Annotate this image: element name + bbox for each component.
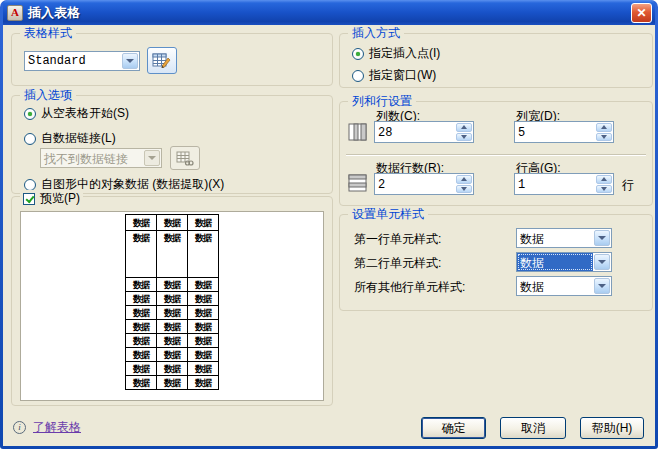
radio-selected-icon [352,48,364,60]
table-style-select[interactable]: Standard [24,51,140,71]
preview-pane: 数据数据数据数据数据数据数据数据数据数据数据数据数据数据数据数据数据数据数据数据… [20,211,324,401]
preview-table-cell: 数据 [126,292,157,306]
preview-table-row: 数据数据数据 [126,278,219,292]
columns-icon [348,123,368,145]
preview-table-cell: 数据 [188,292,219,306]
cell-styles-group: 设置单元样式 第一行单元样式: 数据 第二行单元样式: 数据 所有其他行单元样式… [339,214,653,311]
second-row-style-select[interactable]: 数据 [516,252,612,272]
spin-up-icon[interactable] [456,175,472,184]
radio-icon [24,133,36,145]
data-link-select: 找不到数据链接 [40,148,162,168]
chevron-down-icon[interactable] [594,278,610,294]
launch-table-style-dialog-button[interactable] [147,47,177,74]
first-row-style-label: 第一行单元样式: [354,231,441,248]
preview-table-cell: 数据 [188,215,219,231]
column-width-value[interactable]: 5 [515,122,595,142]
other-rows-style-value: 数据 [517,277,593,295]
ok-button[interactable]: 确定 [421,417,486,439]
preview-table-cell: 数据 [188,362,219,376]
preview-table-cell: 数据 [157,320,188,334]
radio-specify-window[interactable]: 指定窗口(W) [352,67,436,84]
learn-tables-link[interactable]: 了解表格 [33,419,81,436]
preview-table-cell: 数据 [157,376,188,390]
preview-table-cell: 数据 [126,278,157,292]
chevron-down-icon[interactable] [594,230,610,246]
preview-table-cell: 数据 [157,215,188,231]
dialog-body: 表格样式 Standard 插入选项 [3,25,655,446]
spin-down-icon[interactable] [596,185,612,194]
footer-info: i 了解表格 [13,419,81,436]
preview-table-cell: 数据 [157,292,188,306]
radio-insertion-point-label: 指定插入点(I) [369,45,440,62]
spin-down-icon[interactable] [456,133,472,142]
radio-start-empty-label: 从空表格开始(S) [41,105,129,122]
preview-table-cell: 数据 [188,334,219,348]
preview-table-cell: 数据 [188,348,219,362]
preview-checkbox-row[interactable]: 预览(P) [20,190,83,207]
spin-down-icon[interactable] [456,185,472,194]
spin-up-icon[interactable] [456,123,472,132]
preview-table-cell: 数据 [126,215,157,231]
radio-start-empty-table[interactable]: 从空表格开始(S) [24,105,129,122]
titlebar[interactable]: A 插入表格 ✕ [3,0,655,25]
other-rows-style-select[interactable]: 数据 [516,276,612,296]
radio-data-link-label: 自数据链接(L) [41,130,116,147]
spin-up-icon[interactable] [596,123,612,132]
app-logo-letter: A [11,7,19,18]
row-height-stepper[interactable]: 1 [514,173,614,195]
radio-window-label: 指定窗口(W) [369,67,436,84]
table-style-value: Standard [25,52,121,70]
radio-specify-insertion-point[interactable]: 指定插入点(I) [352,45,440,62]
preview-table-row: 数据数据数据 [126,348,219,362]
insert-options-group-title: 插入选项 [20,89,76,102]
radio-icon [352,70,364,82]
preview-table-cell: 数据 [126,376,157,390]
spin-down-icon[interactable] [596,133,612,142]
preview-table-cell: 数据 [157,348,188,362]
table-style-group: 表格样式 Standard [11,33,333,86]
preview-table-cell: 数据 [126,306,157,320]
table-edit-icon [152,52,172,69]
spin-up-icon[interactable] [596,175,612,184]
rows-icon [348,174,368,196]
preview-table-row: 数据数据数据 [126,334,219,348]
second-row-style-label: 第二行单元样式: [354,255,441,272]
preview-table-cell: 数据 [188,376,219,390]
app-logo-icon: A [7,5,23,21]
cell-styles-group-title: 设置单元样式 [348,208,428,221]
preview-table-cell: 数据 [157,334,188,348]
info-icon: i [13,421,26,434]
column-count-value[interactable]: 28 [375,122,455,142]
column-count-stepper[interactable]: 28 [374,121,474,143]
first-row-style-select[interactable]: 数据 [516,228,612,248]
preview-table-row: 数据数据数据 [126,320,219,334]
preview-table: 数据数据数据数据数据数据数据数据数据数据数据数据数据数据数据数据数据数据数据数据… [125,214,219,390]
preview-table-cell: 数据 [126,320,157,334]
data-rows-stepper[interactable]: 2 [374,173,474,195]
preview-table-cell: 数据 [188,320,219,334]
row-height-value[interactable]: 1 [515,174,595,194]
preview-table-cell: 数据 [126,348,157,362]
chevron-down-icon[interactable] [594,254,610,270]
preview-table-cell: 数据 [157,362,188,376]
data-link-manager-button [170,146,200,170]
rows-cols-group: 列和行设置 列数(C): 列宽(D): 28 5 [339,101,653,206]
preview-table-row: 数据数据数据 [126,306,219,320]
preview-table-cell: 数据 [157,231,188,278]
data-link-value: 找不到数据链接 [41,149,143,167]
preview-table-row: 数据数据数据 [126,292,219,306]
close-icon[interactable]: ✕ [631,3,652,23]
data-rows-value[interactable]: 2 [375,174,455,194]
radio-icon [24,179,36,191]
preview-table-row: 数据数据数据 [126,362,219,376]
checkbox-checked-icon[interactable] [23,193,35,205]
row-height-unit: 行 [622,177,634,194]
preview-table-cell: 数据 [188,231,219,278]
chevron-down-icon[interactable] [122,53,138,69]
radio-from-data-link[interactable]: 自数据链接(L) [24,130,116,147]
preview-table-row: 数据数据数据 [126,231,219,278]
rows-cols-group-title: 列和行设置 [348,95,416,108]
help-button[interactable]: 帮助(H) [580,417,644,439]
column-width-stepper[interactable]: 5 [514,121,614,143]
cancel-button[interactable]: 取消 [500,417,566,439]
